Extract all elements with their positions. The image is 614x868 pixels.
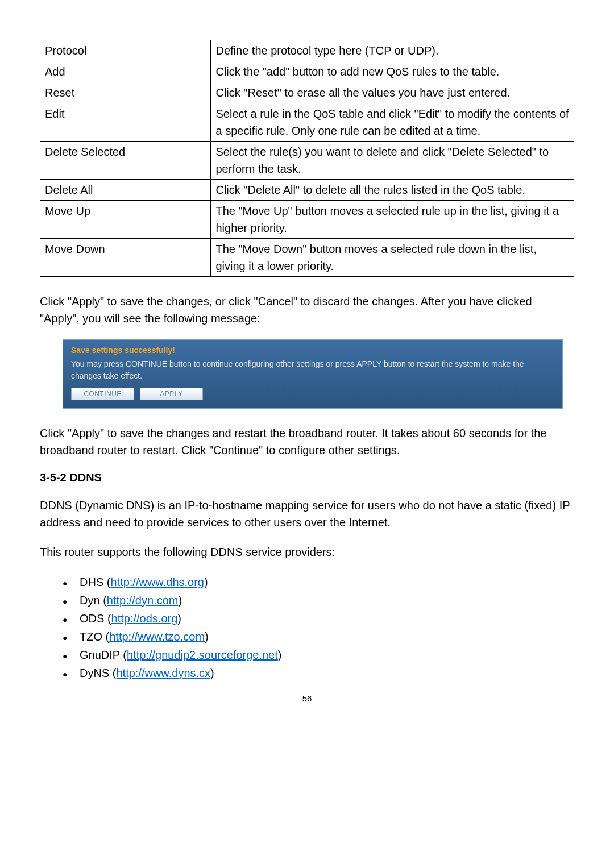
provider-link[interactable]: http://ods.org	[111, 612, 178, 625]
continue-button[interactable]: CONTINUE	[71, 388, 134, 400]
cell-value: Click "Delete All" to delete all the rul…	[211, 180, 574, 201]
table-row: Delete SelectedSelect the rule(s) you wa…	[40, 142, 574, 180]
provider-list: DHS (http://www.dhs.org) Dyn (http://dyn…	[63, 573, 574, 682]
cell-key: Protocol	[40, 40, 211, 61]
cell-key: Edit	[40, 103, 211, 142]
save-settings-notice: Save settings successfully! You may pres…	[63, 339, 563, 409]
table-row: AddClick the "add" button to add new QoS…	[40, 61, 574, 82]
table-row: Move UpThe "Move Up" button moves a sele…	[40, 201, 574, 239]
provider-name: TZO	[80, 630, 102, 643]
cell-value: Click the "add" button to add new QoS ru…	[211, 61, 574, 82]
cell-key: Move Up	[40, 201, 211, 239]
list-item: Dyn (http://dyn.com)	[63, 591, 574, 609]
provider-name: DHS	[80, 576, 103, 588]
provider-link[interactable]: http://gnudip2.sourceforge.net	[127, 649, 278, 661]
provider-link[interactable]: http://www.tzo.com	[109, 630, 205, 643]
paragraph-ddns-desc: DDNS (Dynamic DNS) is an IP-to-hostname …	[40, 497, 574, 531]
cell-value: Select the rule(s) you want to delete an…	[211, 142, 574, 180]
cell-value: Select a rule in the QoS table and click…	[211, 103, 574, 142]
provider-name: ODS	[80, 612, 104, 625]
cell-key: Add	[40, 61, 211, 82]
cell-key: Delete All	[40, 180, 211, 201]
paragraph-apply-cancel: Click "Apply" to save the changes, or cl…	[40, 293, 574, 327]
table-row: Move DownThe "Move Down" button moves a …	[40, 239, 574, 277]
notice-body: You may press CONTINUE button to continu…	[71, 358, 554, 382]
paragraph-restart: Click "Apply" to save the changes and re…	[40, 425, 574, 459]
provider-name: Dyn	[80, 594, 100, 607]
cell-value: The "Move Down" button moves a selected …	[211, 239, 574, 277]
settings-table: ProtocolDefine the protocol type here (T…	[40, 40, 574, 277]
section-heading-ddns: 3-5-2 DDNS	[40, 471, 574, 484]
list-item: DHS (http://www.dhs.org)	[63, 573, 574, 591]
notice-title: Save settings successfully!	[71, 346, 554, 355]
cell-value: Click "Reset" to erase all the values yo…	[211, 82, 574, 103]
cell-key: Move Down	[40, 239, 211, 277]
cell-value: Define the protocol type here (TCP or UD…	[211, 40, 574, 61]
list-item: ODS (http://ods.org)	[63, 609, 574, 628]
table-row: ProtocolDefine the protocol type here (T…	[40, 40, 574, 61]
list-item: GnuDIP (http://gnudip2.sourceforge.net)	[63, 646, 574, 664]
provider-link[interactable]: http://www.dyns.cx	[116, 667, 210, 679]
table-row: Delete AllClick "Delete All" to delete a…	[40, 180, 574, 201]
list-item: DyNS (http://www.dyns.cx)	[63, 664, 574, 682]
provider-name: GnuDIP	[80, 649, 120, 661]
notice-buttons: CONTINUE APPLY	[71, 388, 554, 400]
provider-link[interactable]: http://dyn.com	[107, 594, 179, 607]
table-row: EditSelect a rule in the QoS table and c…	[40, 103, 574, 142]
provider-link[interactable]: http://www.dhs.org	[110, 576, 204, 588]
paragraph-providers-intro: This router supports the following DDNS …	[40, 543, 574, 560]
apply-button[interactable]: APPLY	[140, 388, 203, 400]
table-row: ResetClick "Reset" to erase all the valu…	[40, 82, 574, 103]
cell-value: The "Move Up" button moves a selected ru…	[211, 201, 574, 239]
cell-key: Delete Selected	[40, 142, 211, 180]
provider-name: DyNS	[80, 667, 109, 679]
page-number: 56	[40, 693, 574, 703]
cell-key: Reset	[40, 82, 211, 103]
list-item: TZO (http://www.tzo.com)	[63, 628, 574, 646]
